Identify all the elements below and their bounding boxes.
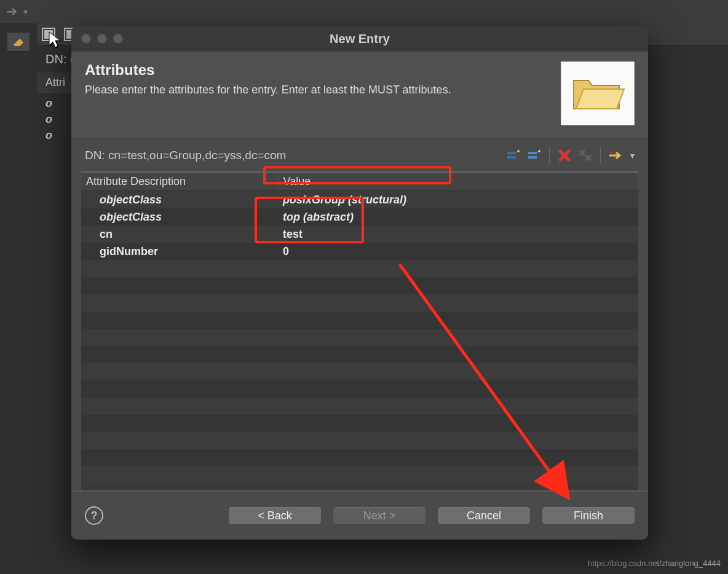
dn-text: DN: cn=test,ou=Group,dc=yss,dc=com (85, 149, 286, 162)
new-entry-dialog: New Entry Attributes Please enter the at… (71, 26, 648, 540)
attr-value[interactable]: posixGroup (structural) (278, 191, 638, 209)
edit-view-icon[interactable] (7, 32, 30, 52)
folder-illustration (561, 61, 635, 125)
table-row[interactable]: gidNumber 0 (81, 243, 638, 260)
dialog-titlebar: New Entry (71, 26, 648, 52)
watermark-text: https://blog.csdn.net/zhanglong_4444 (588, 559, 721, 568)
dialog-header: Attributes Please enter the attributes f… (71, 52, 648, 138)
attr-name: cn (81, 226, 278, 243)
delete-all-icon (578, 148, 593, 163)
svg-rect-1 (507, 156, 516, 159)
svg-point-4 (610, 152, 612, 154)
back-button[interactable]: < Back (229, 507, 321, 524)
col-attribute-description[interactable]: Attribute Description (81, 173, 278, 191)
attr-name: objectClass (81, 191, 278, 209)
attr-value[interactable]: test (278, 226, 638, 243)
folder-icon (570, 72, 625, 115)
help-button[interactable]: ? (85, 506, 103, 525)
cancel-button[interactable]: Cancel (438, 507, 530, 524)
attributes-table-wrap: Attribute Description Value objectClass … (81, 171, 638, 490)
toolbar-separator (600, 147, 601, 164)
dialog-heading: Attributes (85, 61, 451, 79)
next-button: Next > (333, 507, 425, 524)
attr-value[interactable]: 0 (278, 243, 638, 260)
dn-row: DN: cn=test,ou=Group,dc=yss,dc=com ▾ (71, 138, 648, 168)
mouse-cursor-icon (48, 31, 63, 49)
attributes-tbody: objectClass posixGroup (structural) obje… (81, 191, 638, 484)
dropdown-chevron-icon[interactable]: ▾ (23, 7, 28, 17)
svg-rect-3 (528, 156, 537, 159)
table-row[interactable]: objectClass top (abstract) (81, 208, 638, 226)
col-value[interactable]: Value (278, 173, 638, 191)
wizard-icon[interactable] (608, 148, 623, 163)
svg-rect-0 (507, 152, 516, 154)
zoom-window-icon[interactable] (113, 34, 123, 44)
toolbar-separator (549, 147, 550, 164)
attr-name: gidNumber (81, 243, 278, 260)
new-attribute-icon[interactable] (506, 148, 521, 163)
dialog-buttons: < Back Next > Cancel Finish (229, 507, 635, 524)
view-switcher-sidebar (0, 23, 38, 574)
attr-value[interactable]: top (abstract) (278, 208, 638, 226)
delete-icon[interactable] (557, 148, 572, 163)
finish-button[interactable]: Finish (542, 507, 635, 524)
attribute-toolbar: ▾ (506, 147, 635, 164)
svg-rect-2 (528, 152, 537, 154)
app-toolbar: ➔ ▾ (0, 0, 728, 24)
table-row[interactable]: cn test (81, 226, 638, 243)
table-row[interactable]: objectClass posixGroup (structural) (81, 191, 638, 209)
forward-arrow-icon[interactable]: ➔ (6, 4, 17, 20)
toolbar-menu-chevron-icon[interactable]: ▾ (630, 151, 635, 160)
attr-name: objectClass (81, 208, 278, 226)
new-value-icon[interactable] (527, 148, 542, 163)
window-controls (71, 34, 123, 44)
dialog-footer: ? < Back Next > Cancel Finish (71, 490, 648, 540)
dialog-title: New Entry (71, 32, 648, 46)
dialog-subtitle: Please enter the attributes for the entr… (85, 84, 451, 96)
minimize-window-icon[interactable] (97, 34, 107, 44)
attributes-table: Attribute Description Value objectClass … (81, 173, 638, 484)
close-window-icon[interactable] (81, 34, 91, 44)
